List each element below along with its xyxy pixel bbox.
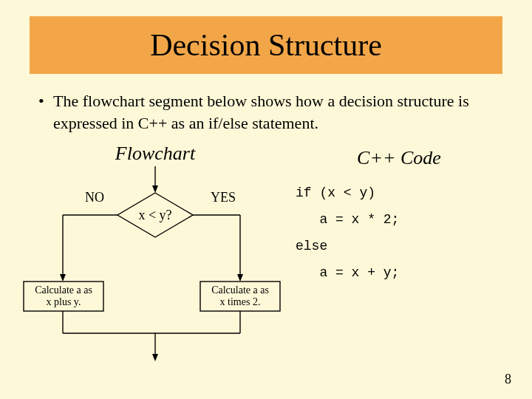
svg-marker-1 <box>152 185 158 193</box>
code-heading: C++ Code <box>296 147 502 169</box>
page-number: 8 <box>505 372 511 387</box>
condition-text: x < y? <box>138 208 171 222</box>
code-column: C++ Code if (x < y) a = x * 2; else a = … <box>296 143 502 364</box>
bullet-text: The flowchart segment below shows how a … <box>53 90 489 134</box>
flowchart-column: Flowchart NO YES x < y? Calculate a as x… <box>0 143 296 364</box>
process-box-yes-l2: x times 2. <box>220 296 261 307</box>
svg-marker-7 <box>237 274 243 282</box>
flowchart-svg: NO YES x < y? Calculate a as x plus y. C… <box>0 143 296 364</box>
code-block: if (x < y) a = x * 2; else a = x + y; <box>296 180 502 286</box>
yes-label: YES <box>211 190 236 205</box>
process-box-no-l2: x plus y. <box>47 296 81 307</box>
slide-title-bar: Decision Structure <box>30 16 502 74</box>
svg-marker-5 <box>60 274 66 282</box>
process-box-no-l1: Calculate a as <box>35 284 92 296</box>
no-label: NO <box>85 190 104 205</box>
process-box-yes-l1: Calculate a as <box>211 284 269 296</box>
slide-title: Decision Structure <box>150 27 382 63</box>
svg-marker-12 <box>152 354 158 361</box>
